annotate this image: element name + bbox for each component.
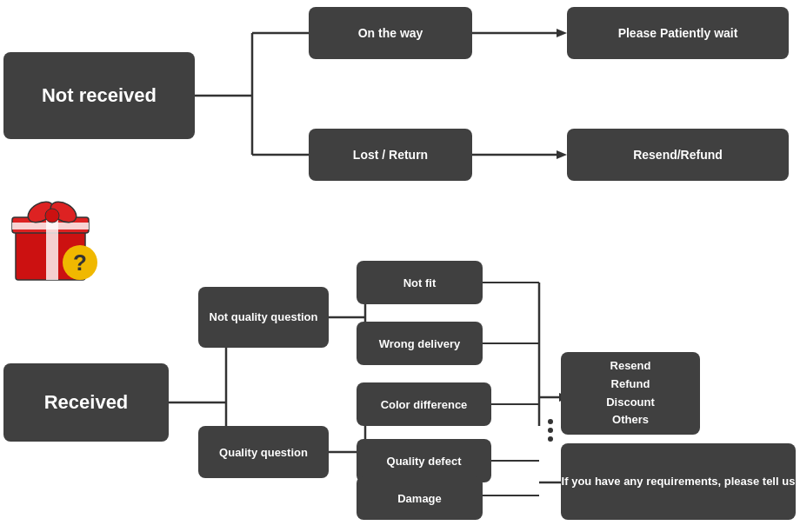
requirements-node: If you have any requirements, please tel… — [561, 443, 796, 520]
resend-refund-top-node: Resend/Refund — [567, 129, 789, 181]
gift-box-icon: ? — [9, 191, 104, 287]
quality-question-node: Quality question — [198, 426, 329, 478]
svg-point-39 — [45, 209, 59, 223]
not-fit-node: Not fit — [357, 261, 483, 304]
wrong-delivery-node: Wrong delivery — [357, 322, 483, 365]
color-difference-node: Color difference — [357, 382, 491, 426]
not-quality-node: Not quality question — [198, 287, 329, 348]
svg-marker-5 — [557, 29, 567, 37]
resend-refund-bottom-node: Resend Refund Discount Others — [561, 352, 700, 435]
lost-return-node: Lost / Return — [309, 129, 472, 181]
on-the-way-node: On the way — [309, 7, 472, 59]
svg-point-30 — [548, 428, 553, 433]
damage-node: Damage — [357, 476, 483, 520]
not-received-node: Not received — [3, 52, 195, 139]
received-node: Received — [3, 363, 169, 442]
flowchart-diagram: ? Not received On the way Please Patient… — [0, 0, 800, 532]
please-wait-node: Please Patiently wait — [567, 7, 789, 59]
svg-marker-7 — [557, 150, 567, 159]
svg-point-29 — [548, 419, 553, 424]
svg-rect-36 — [12, 223, 89, 229]
svg-text:?: ? — [73, 249, 87, 276]
svg-point-31 — [548, 436, 553, 442]
